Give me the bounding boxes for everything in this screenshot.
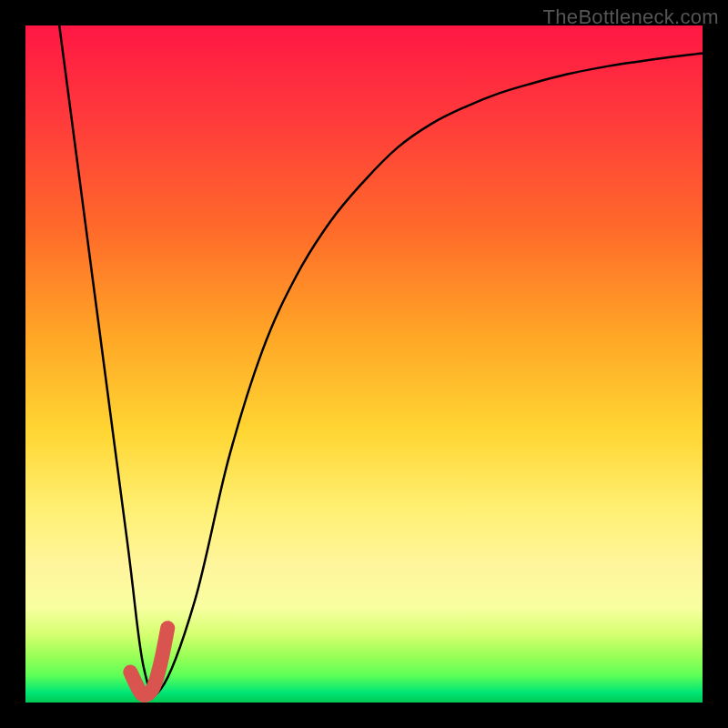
chart-frame: TheBottleneck.com bbox=[0, 0, 728, 728]
bottleneck-curve bbox=[59, 25, 703, 695]
plot-area bbox=[25, 25, 703, 703]
chart-svg bbox=[25, 25, 703, 703]
